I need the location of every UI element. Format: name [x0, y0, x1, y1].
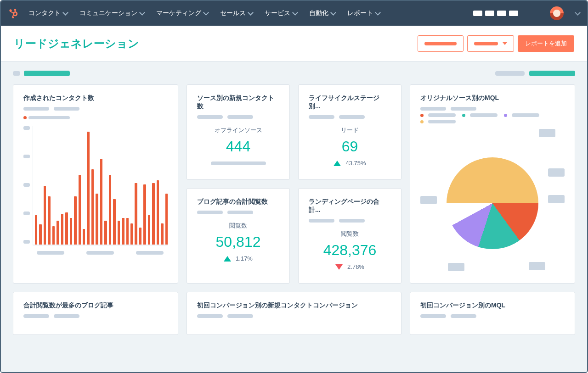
- dashboard-canvas: 作成されたコンタクト数 ソース別の新規コンタクト数 オフライ: [1, 61, 587, 372]
- card-title: 合計閲覧数が最多のブログ記事: [23, 301, 168, 310]
- metric-delta: 1.17%: [197, 255, 279, 262]
- card-lifecycle[interactable]: ライフサイクルステージ別... リード 69 43.75%: [298, 84, 401, 180]
- delta-value: 43.75%: [345, 160, 366, 167]
- bar-chart: [23, 126, 168, 255]
- nav-reports[interactable]: レポート: [347, 9, 380, 17]
- bar: [70, 218, 72, 245]
- pie-callout: [539, 129, 555, 137]
- util-btn-2[interactable]: [485, 11, 494, 16]
- metric-value: 444: [197, 138, 279, 155]
- legend-dot-icon: [23, 116, 27, 119]
- util-btn-3[interactable]: [497, 11, 506, 16]
- user-avatar[interactable]: [550, 6, 564, 20]
- app-frame: コンタクト コミュニケーション マーケティング セールス サービス 自動化 レポ…: [0, 0, 588, 373]
- bar: [130, 223, 133, 245]
- svg-point-1: [14, 13, 17, 15]
- bar: [118, 221, 120, 245]
- triangle-up-icon: [224, 256, 231, 262]
- metric-delta: 2.78%: [309, 263, 391, 270]
- bar: [152, 183, 154, 245]
- card-first-conv[interactable]: 初回コンバージョン別の新規コンタクトコンバージョン: [187, 292, 401, 335]
- bar: [65, 212, 68, 245]
- nav-divider: [534, 7, 534, 20]
- add-report-button[interactable]: レポートを追加: [518, 35, 574, 52]
- bar: [135, 183, 137, 245]
- nav-item-label: セールス: [220, 9, 246, 17]
- bar: [87, 132, 89, 245]
- filter-active[interactable]: [24, 71, 70, 76]
- card-title: ブログ記事の合計閲覧数: [197, 198, 279, 206]
- bar: [57, 221, 59, 245]
- header-outline-btn-2[interactable]: [467, 35, 514, 52]
- util-btn-1[interactable]: [473, 11, 482, 16]
- card-title: ランディングページの合計...: [309, 198, 391, 214]
- card-blog-views[interactable]: ブログ記事の合計閲覧数 閲覧数 50,812 1.17%: [187, 188, 290, 284]
- bar-series: [33, 126, 168, 245]
- pie-callout: [548, 195, 565, 203]
- nav-communication[interactable]: コミュニケーション: [79, 9, 144, 17]
- nav-item-label: サービス: [265, 9, 290, 17]
- card-title: 初回コンバージョン別の新規コンタクトコンバージョン: [197, 301, 391, 310]
- metric-value: 50,812: [197, 234, 279, 251]
- chevron-down-icon: [375, 10, 381, 16]
- bar: [104, 221, 107, 245]
- bar: [165, 194, 168, 245]
- nav-automation[interactable]: 自動化: [309, 9, 335, 17]
- x-axis-labels: [33, 251, 168, 255]
- page-title: リードジェネレーション: [14, 36, 414, 51]
- pie-callout: [448, 263, 464, 271]
- bar: [126, 218, 129, 245]
- chevron-down-icon: [248, 10, 254, 16]
- bar: [74, 196, 76, 245]
- nav-item-label: コミュニケーション: [79, 9, 137, 17]
- card-title: 初回コンバージョン別のMQL: [420, 301, 565, 310]
- top-nav: コンタクト コミュニケーション マーケティング セールス サービス 自動化 レポ…: [1, 1, 587, 26]
- legend-label: [28, 116, 70, 119]
- caret-down-icon: [503, 42, 507, 45]
- bar: [83, 229, 85, 245]
- bar: [52, 226, 55, 245]
- triangle-down-icon: [335, 264, 343, 270]
- page-header: リードジェネレーション レポートを追加: [1, 26, 587, 61]
- metric-label: オフラインソース: [197, 126, 279, 134]
- metric-value: 69: [309, 138, 391, 155]
- bar: [79, 175, 81, 245]
- bar: [139, 228, 141, 245]
- card-lp-views[interactable]: ランディングページの合計... 閲覧数 428,376 2.78%: [298, 188, 401, 284]
- header-outline-btn-1[interactable]: [418, 35, 464, 52]
- nav-item-label: 自動化: [309, 9, 328, 17]
- chevron-down-icon: [139, 10, 145, 16]
- nav-service[interactable]: サービス: [265, 9, 297, 17]
- card-mql-by-source[interactable]: オリジナルソース別のMQL: [410, 84, 575, 284]
- toolbar-action[interactable]: [529, 71, 575, 76]
- bar: [96, 194, 98, 245]
- nav-sales[interactable]: セールス: [220, 9, 253, 17]
- card-title: 作成されたコンタクト数: [23, 94, 168, 102]
- pie-callout: [548, 168, 565, 177]
- chevron-down-icon[interactable]: [575, 10, 581, 16]
- nav-contacts[interactable]: コンタクト: [28, 9, 68, 17]
- card-new-by-source[interactable]: ソース別の新規コンタクト数 オフラインソース 444: [187, 84, 290, 180]
- card-first-conv-mql[interactable]: 初回コンバージョン別のMQL: [410, 292, 575, 335]
- bar: [109, 175, 111, 245]
- card-top-blog[interactable]: 合計閲覧数が最多のブログ記事: [13, 292, 178, 335]
- legend-dot-icon: [420, 120, 424, 123]
- chevron-down-icon: [330, 10, 336, 16]
- bar: [39, 224, 41, 245]
- bar: [91, 169, 94, 245]
- nav-item-label: コンタクト: [28, 9, 61, 17]
- bar: [122, 218, 124, 245]
- card-contacts-created[interactable]: 作成されたコンタクト数: [13, 84, 178, 284]
- util-btn-4[interactable]: [509, 11, 518, 16]
- legend-dot-icon: [504, 114, 507, 117]
- nav-marketing[interactable]: マーケティング: [156, 9, 208, 17]
- delta-value: 2.78%: [347, 263, 364, 270]
- bar: [48, 196, 50, 245]
- bar: [61, 214, 63, 245]
- chevron-down-icon: [292, 10, 298, 16]
- metric-label: 閲覧数: [197, 222, 279, 230]
- hubspot-logo-icon[interactable]: [8, 8, 19, 19]
- bar: [113, 199, 115, 245]
- pie-chart: [420, 127, 565, 274]
- pie-slices: [447, 157, 538, 249]
